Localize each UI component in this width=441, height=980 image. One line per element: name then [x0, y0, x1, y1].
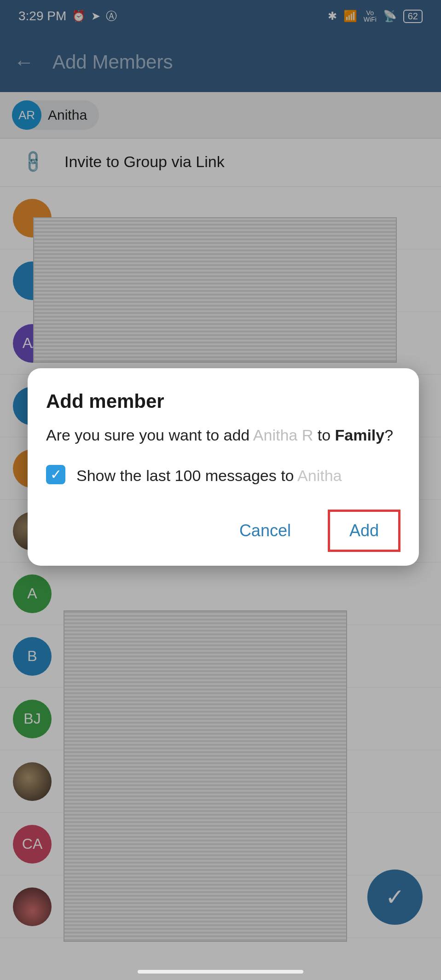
show-history-option[interactable]: ✓ Show the last 100 messages to Anitha: [46, 465, 400, 487]
dialog-group-name: Family: [335, 426, 385, 444]
checkbox-label: Show the last 100 messages to Anitha: [76, 465, 342, 487]
dialog-message: Are you sure you want to add Anitha R to…: [46, 424, 400, 447]
add-button[interactable]: Add: [340, 515, 388, 547]
cancel-button[interactable]: Cancel: [230, 515, 300, 547]
checkbox-label-prefix: Show the last 100 messages to: [76, 467, 297, 484]
dialog-title: Add member: [46, 390, 400, 412]
dialog-text-prefix: Are you sure you want to add: [46, 426, 253, 444]
checkbox-label-name: Anitha: [297, 467, 342, 484]
dialog-actions: Cancel Add: [46, 510, 400, 552]
checkbox-checked-icon[interactable]: ✓: [46, 465, 65, 484]
add-member-dialog: Add member Are you sure you want to add …: [28, 368, 419, 566]
dialog-text-mid: to: [313, 426, 335, 444]
dialog-member-name: Anitha R: [253, 426, 313, 444]
add-button-highlight: Add: [328, 510, 400, 552]
home-indicator[interactable]: [138, 970, 303, 974]
dialog-text-q: ?: [384, 426, 393, 444]
